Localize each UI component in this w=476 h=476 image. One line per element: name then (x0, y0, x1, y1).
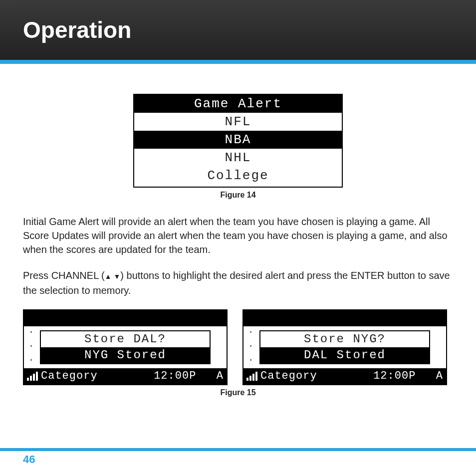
figure15-caption: Figure 15 (23, 388, 453, 397)
footer-category: Category (41, 370, 98, 382)
figure15-panel-left: 001 Channel Name · · · · · · · · · · · ·… (23, 309, 228, 385)
screen-edge (134, 185, 342, 187)
store-popup: Store NYG? DAL Stored (259, 330, 430, 364)
section-title: Operation (23, 16, 131, 43)
popup-subtext: DAL Stored (260, 347, 429, 363)
footer-time: 12:00P (154, 370, 196, 382)
menu-item-nba: NBA (134, 131, 342, 149)
panel-footer: Category 12:00P A (243, 368, 446, 384)
figure14-caption: Figure 14 (23, 191, 453, 200)
footer-flag: A (217, 370, 224, 382)
store-popup: Store DAL? NYG Stored (40, 330, 211, 364)
footer-category: Category (260, 370, 317, 382)
panel-header: 001 Channel Name (243, 310, 446, 326)
footer-time: 12:00P (373, 370, 416, 382)
popup-highlight: Store NYG? (260, 331, 429, 347)
signal-bars-icon (246, 372, 257, 381)
figure15-panel-right: 001 Channel Name · · · · · · · · · · · ·… (242, 309, 447, 385)
accent-rule (0, 60, 476, 64)
paragraph-2: Press CHANNEL (▲ ▼) buttons to highlight… (23, 268, 453, 297)
popup-highlight: Store DAL? (41, 331, 210, 347)
signal-bars-icon (27, 372, 38, 381)
panel-footer: Category 12:00P A (24, 368, 227, 384)
up-down-arrows-icon: ▲ ▼ (105, 272, 121, 280)
figure14-screen: Game Alert NFL NBA NHL College (133, 94, 343, 188)
page-footer: 46 (0, 448, 476, 466)
menu-title: Game Alert (134, 95, 342, 113)
section-header: Operation (0, 0, 476, 60)
p2-part-a: Press CHANNEL ( (23, 270, 105, 281)
menu-item-nfl: NFL (134, 113, 342, 131)
popup-subtext: NYG Stored (41, 347, 210, 363)
menu-item-nhl: NHL (134, 149, 342, 167)
footer-rule (0, 448, 476, 451)
panel-header: 001 Channel Name (24, 310, 227, 326)
footer-flag: A (436, 370, 443, 382)
page-content: Game Alert NFL NBA NHL College Figure 14… (0, 64, 476, 397)
paragraph-1: Initial Game Alert will provide an alert… (23, 215, 453, 256)
page-number: 46 (0, 453, 476, 466)
figure15-row: 001 Channel Name · · · · · · · · · · · ·… (23, 309, 453, 385)
body-text: Initial Game Alert will provide an alert… (23, 215, 453, 297)
menu-item-college: College (134, 167, 342, 185)
